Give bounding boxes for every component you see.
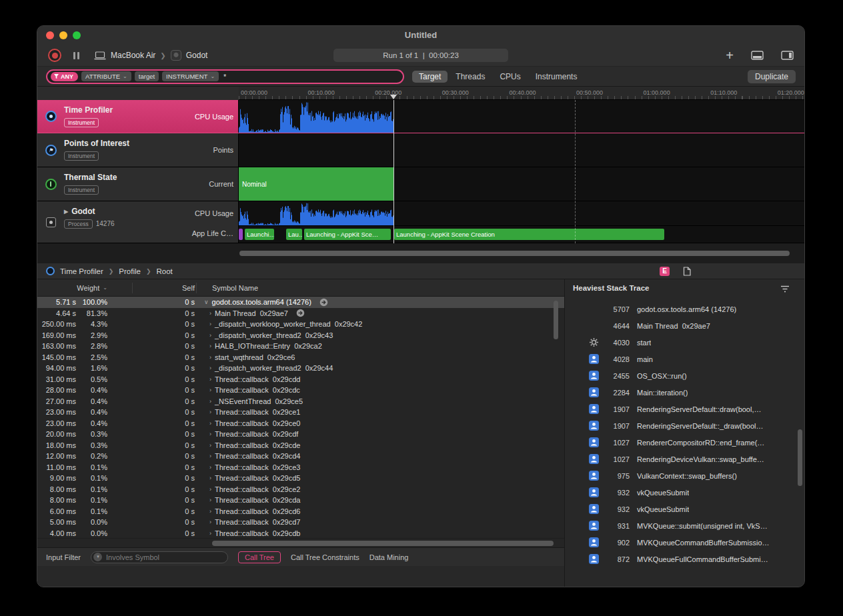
stack-scrollbar-thumb[interactable] <box>798 429 802 486</box>
device-target-selector[interactable]: MacBook Air ❯ Godot <box>94 50 207 61</box>
lifecycle-segment[interactable] <box>239 229 243 240</box>
filter-token[interactable]: target <box>135 71 159 81</box>
call-tree-row[interactable]: 18.00 ms0.3%0 s›Thread::callback 0x29cde <box>37 440 564 451</box>
minimize-button[interactable] <box>59 31 67 39</box>
playhead-handle[interactable] <box>390 95 397 99</box>
stack-frame-row[interactable]: 902MVKQueueCommandBufferSubmissio… <box>565 534 804 551</box>
table-horizontal-scrollbar[interactable] <box>37 538 564 547</box>
disclosure-icon[interactable]: › <box>209 321 211 327</box>
stack-frame-row[interactable]: 932vkQueueSubmit <box>565 484 804 501</box>
track-row-godot[interactable]: ▶ Godot Process14276 CPU Usage App Life … <box>37 201 804 243</box>
track-head-godot[interactable]: ▶ Godot Process14276 CPU Usage App Life … <box>37 201 239 243</box>
disclosure-icon[interactable]: › <box>209 310 211 317</box>
bottom-pane-toggle-button[interactable] <box>751 51 764 60</box>
disclosure-icon[interactable]: › <box>209 475 211 481</box>
right-pane-toggle-button[interactable] <box>781 51 794 60</box>
breadcrumb-item[interactable]: Profile <box>119 267 141 275</box>
extended-detail-toggle[interactable]: E <box>660 267 670 276</box>
table-vertical-scrollbar-thumb[interactable] <box>554 301 558 339</box>
stack-frame-row[interactable]: 4030start <box>565 334 804 351</box>
call-tree-row[interactable]: 23.00 ms0.4%0 s›Thread::callback 0x29ce1 <box>37 407 564 418</box>
call-tree-row[interactable]: 31.00 ms0.5%0 s›Thread::callback 0x29cdd <box>37 374 564 385</box>
stack-frame-row[interactable]: 932vkQueueSubmit <box>565 501 804 517</box>
symbol-filter-input[interactable]: ▾ Involves Symbol <box>91 551 228 563</box>
stack-frame-row[interactable]: 931MVKQueue::submit(unsigned int, VkS… <box>565 517 804 534</box>
disclosure-triangle-icon[interactable]: ▶ <box>64 209 68 215</box>
data-mining-button[interactable]: Data Mining <box>369 553 409 561</box>
call-tree-row[interactable]: 9.00 ms0.1%0 s›Thread::callback 0x29cd5 <box>37 473 564 484</box>
disclosure-icon[interactable]: › <box>209 354 211 361</box>
timeline-scrollbar[interactable] <box>37 243 804 263</box>
add-instrument-button[interactable]: + <box>726 50 734 61</box>
stack-frame-row[interactable]: 2284Main::iteration() <box>565 384 804 401</box>
timeline-scrollbar-thumb[interactable] <box>239 251 790 256</box>
call-tree-row[interactable]: 94.00 ms1.6%0 s›_dispatch_worker_thread2… <box>37 363 564 374</box>
disclosure-icon[interactable]: ∨ <box>204 299 209 305</box>
focus-icon[interactable] <box>319 298 328 307</box>
track-row-time-profiler[interactable]: Time Profiler Instrument CPU Usage <box>37 100 804 133</box>
call-tree-row[interactable]: 27.00 ms0.4%0 s›_NSEventThread 0x29ce5 <box>37 396 564 407</box>
call-tree-row[interactable]: 11.00 ms0.1%0 s›Thread::callback 0x29ce3 <box>37 462 564 473</box>
disclosure-icon[interactable]: › <box>209 409 211 415</box>
disclosure-icon[interactable]: › <box>209 486 211 493</box>
disclosure-icon[interactable]: › <box>209 365 211 371</box>
track-lane-points-of-interest[interactable] <box>239 133 804 167</box>
disclosure-icon[interactable]: › <box>209 453 211 459</box>
call-tree-row[interactable]: 4.00 ms0.0%0 s›Thread::callback 0x29cdb <box>37 528 564 539</box>
column-header-symbol[interactable]: Symbol Name <box>197 284 258 292</box>
track-lane-time-profiler[interactable] <box>239 100 804 133</box>
call-tree-row[interactable]: 250.00 ms4.3%0 s›_dispatch_workloop_work… <box>37 319 564 330</box>
track-head-time-profiler[interactable]: Time Profiler Instrument CPU Usage <box>37 100 239 133</box>
call-tree-row[interactable]: 8.00 ms0.1%0 s›Thread::callback 0x29ce2 <box>37 484 564 495</box>
track-lane-godot[interactable]: Launchi…Lau…Launching - AppKit Sce…Launc… <box>239 201 804 243</box>
pause-button[interactable] <box>73 52 79 59</box>
disclosure-icon[interactable]: › <box>209 376 211 383</box>
document-icon[interactable] <box>683 267 691 276</box>
track-row-thermal-state[interactable]: Thermal State Instrument Current Nominal <box>37 167 804 201</box>
disclosure-icon[interactable]: › <box>209 442 211 449</box>
track-head-points-of-interest[interactable]: ⚑ Points of Interest Instrument Points <box>37 133 239 167</box>
record-button[interactable] <box>48 49 61 62</box>
call-tree-row[interactable]: 28.00 ms0.4%0 s›Thread::callback 0x29cdc <box>37 385 564 396</box>
disclosure-icon[interactable]: › <box>209 519 211 525</box>
track-head-thermal-state[interactable]: Thermal State Instrument Current <box>37 167 239 201</box>
table-horizontal-scrollbar-thumb[interactable] <box>212 541 554 546</box>
playhead-line[interactable] <box>393 100 394 243</box>
call-tree-row[interactable]: 5.00 ms0.0%0 s›Thread::callback 0x29cd7 <box>37 517 564 528</box>
stack-frame-row[interactable]: 975VulkanContext::swap_buffers() <box>565 467 804 484</box>
stack-frame-row[interactable]: 4644Main Thread 0x29ae7 <box>565 317 804 334</box>
disclosure-icon[interactable]: › <box>209 420 211 427</box>
disclosure-icon[interactable]: › <box>209 431 211 437</box>
thermal-nominal-bar[interactable]: Nominal <box>239 167 393 201</box>
track-filter-input[interactable]: ANY ATTRIBUTE⌄targetINSTRUMENT⌄ * <box>46 69 404 84</box>
any-filter-pill[interactable]: ANY <box>51 72 78 81</box>
disclosure-icon[interactable]: › <box>209 343 211 349</box>
disclosure-icon[interactable]: › <box>209 497 211 503</box>
column-header-self[interactable]: Self <box>133 284 195 292</box>
call-tree-row[interactable]: 4.64 s81.3%0 s›Main Thread 0x29ae7 <box>37 308 564 319</box>
lifecycle-segment[interactable]: Lau… <box>286 229 302 240</box>
filter-token[interactable]: INSTRUMENT⌄ <box>162 71 219 81</box>
stack-compress-icon[interactable] <box>780 284 790 296</box>
call-tree-button[interactable]: Call Tree <box>238 551 281 563</box>
stack-frame-row[interactable]: 1907RenderingServerDefault::draw(bool,… <box>565 401 804 417</box>
stack-frame-row[interactable]: 5707godot.osx.tools.arm64 (14276) <box>565 301 804 317</box>
track-row-points-of-interest[interactable]: ⚑ Points of Interest Instrument Points <box>37 133 804 167</box>
lifecycle-segment[interactable]: Launchi… <box>245 229 274 240</box>
view-tab-cpus[interactable]: CPUs <box>493 71 527 83</box>
breadcrumb-item[interactable]: Root <box>156 267 172 275</box>
disclosure-icon[interactable]: › <box>209 332 211 339</box>
stack-frame-row[interactable]: 1907RenderingServerDefault::_draw(bool… <box>565 417 804 434</box>
call-tree-row[interactable]: 145.00 ms2.5%0 s›start_wqthread 0x29ce6 <box>37 352 564 363</box>
disclosure-icon[interactable]: › <box>209 387 211 393</box>
column-header-weight[interactable]: Weight⌄ <box>37 284 107 292</box>
call-tree-row[interactable]: 12.00 ms0.2%0 s›Thread::callback 0x29cd4 <box>37 451 564 462</box>
filter-history-icon[interactable]: ▾ <box>93 553 102 561</box>
view-tab-threads[interactable]: Threads <box>449 71 492 83</box>
duplicate-button[interactable]: Duplicate <box>748 70 796 83</box>
call-tree-row[interactable]: 20.00 ms0.3%0 s›Thread::callback 0x29cdf <box>37 429 564 440</box>
zoom-button[interactable] <box>73 31 81 39</box>
call-tree-row[interactable]: 169.00 ms2.9%0 s›_dispatch_worker_thread… <box>37 330 564 341</box>
stack-frame-row[interactable]: 1027RendererCompositorRD::end_frame(… <box>565 434 804 451</box>
disclosure-icon[interactable]: › <box>209 508 211 515</box>
